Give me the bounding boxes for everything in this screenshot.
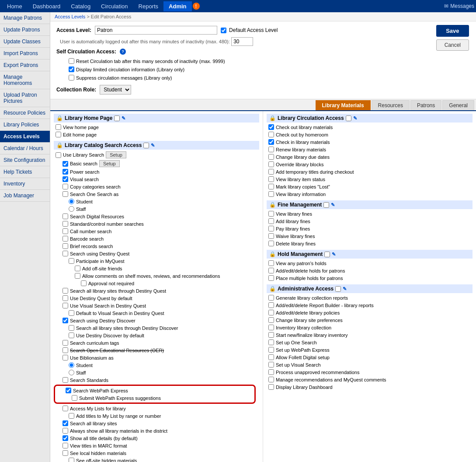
cb-setup-visual-search[interactable] bbox=[268, 362, 274, 368]
cancel-button[interactable]: Cancel bbox=[436, 39, 469, 51]
sidebar-item-update-patrons[interactable]: Update Patrons bbox=[0, 24, 50, 36]
cb-edit-home-page[interactable] bbox=[56, 132, 61, 137]
cb-default-visual-destiny-quest[interactable] bbox=[69, 310, 74, 316]
cb-override-blocks[interactable] bbox=[268, 161, 274, 167]
cb-manage-recommendations[interactable] bbox=[268, 377, 274, 382]
cb-check-in-materials[interactable] bbox=[268, 139, 274, 145]
cb-search-standards[interactable] bbox=[63, 377, 68, 383]
sidebar-item-update-classes[interactable]: Update Classes bbox=[0, 36, 50, 48]
cb-use-destiny-discover-default[interactable] bbox=[69, 332, 74, 338]
cb-add-edit-delete-holds[interactable] bbox=[268, 268, 274, 273]
tab-resources[interactable]: Resources bbox=[372, 100, 410, 110]
cb-use-destiny-quest-default[interactable] bbox=[63, 295, 68, 301]
sidebar-item-help-tickets[interactable]: Help Tickets bbox=[0, 166, 50, 178]
sidebar-item-import-patrons[interactable]: Import Patrons bbox=[0, 48, 50, 60]
tab-library-materials[interactable]: Library Materials bbox=[316, 100, 371, 110]
circ-access-select-all[interactable] bbox=[346, 116, 351, 121]
cb-mark-lost[interactable] bbox=[268, 184, 274, 189]
sidebar-item-export-patrons[interactable]: Export Patrons bbox=[0, 60, 50, 71]
sidebar-item-access-levels[interactable]: Access Levels bbox=[0, 131, 50, 143]
cb-search-destiny-discover[interactable] bbox=[63, 318, 68, 323]
cb-search-one-search-as[interactable] bbox=[63, 191, 68, 197]
nav-reports[interactable]: Reports bbox=[133, 1, 164, 11]
cb-change-due-dates[interactable] bbox=[268, 154, 274, 160]
cb-see-offsite-hidden[interactable] bbox=[69, 458, 74, 462]
sidebar-item-resource-policies[interactable]: Resource Policies bbox=[0, 107, 50, 119]
cb-view-library-info[interactable] bbox=[268, 191, 274, 197]
cb-add-offsite-friends[interactable] bbox=[75, 266, 80, 271]
cb-report-builder[interactable] bbox=[268, 302, 274, 308]
cb-use-biblionasium[interactable] bbox=[63, 355, 68, 360]
nav-dashboard[interactable]: Dashboard bbox=[28, 1, 66, 11]
cb-display-library-dashboard[interactable] bbox=[268, 384, 274, 390]
cb-search-oer[interactable] bbox=[63, 347, 68, 353]
cb-barcode-search[interactable] bbox=[63, 236, 68, 242]
sidebar-item-manage-homerooms[interactable]: Manage Homerooms bbox=[0, 71, 50, 89]
tab-patrons[interactable]: Patrons bbox=[410, 100, 441, 110]
cb-participate-myquest[interactable] bbox=[69, 258, 74, 264]
sidebar-item-site-configuration[interactable]: Site Configuration bbox=[0, 154, 50, 166]
cb-add-temp-titles[interactable] bbox=[268, 169, 274, 175]
cb-copy-categories[interactable] bbox=[63, 184, 68, 189]
cb-change-site-prefs[interactable] bbox=[268, 317, 274, 323]
breadcrumb-parent[interactable]: Access Levels bbox=[55, 14, 85, 19]
setup-button-basic-search[interactable]: Setup bbox=[99, 160, 120, 167]
fine-mgmt-select-all[interactable] bbox=[323, 202, 329, 208]
nav-circulation[interactable]: Circulation bbox=[96, 1, 133, 11]
tab-general[interactable]: General bbox=[442, 100, 474, 110]
cb-add-edit-delete-policies[interactable] bbox=[268, 310, 274, 315]
cb-search-all-destiny-discover[interactable] bbox=[69, 325, 74, 331]
radio-one-search-staff[interactable] bbox=[69, 206, 74, 212]
cb-allow-follett-digital[interactable] bbox=[268, 354, 274, 360]
cb-view-marc[interactable] bbox=[63, 443, 68, 448]
cb-search-digital[interactable] bbox=[63, 214, 68, 219]
cb-search-all-library-sites[interactable] bbox=[63, 420, 68, 426]
cb-pay-fines[interactable] bbox=[268, 226, 274, 231]
default-access-checkbox[interactable] bbox=[221, 28, 226, 33]
nav-home[interactable]: Home bbox=[2, 1, 28, 11]
suppress-circ-checkbox[interactable] bbox=[69, 75, 74, 80]
cb-view-holds[interactable] bbox=[268, 260, 274, 266]
hold-mgmt-select-all[interactable] bbox=[324, 252, 330, 257]
cb-search-all-destiny-quest[interactable] bbox=[63, 288, 68, 294]
cb-setup-one-search[interactable] bbox=[268, 340, 274, 345]
admin-access-select-all[interactable] bbox=[335, 286, 341, 292]
sidebar-item-manage-patrons[interactable]: Manage Patrons bbox=[0, 12, 50, 24]
cb-check-out-homeroom[interactable] bbox=[268, 132, 274, 137]
cb-visual-search-destiny-quest[interactable] bbox=[63, 303, 68, 308]
cb-renew-materials[interactable] bbox=[268, 147, 274, 152]
alert-badge[interactable]: ! bbox=[193, 3, 200, 10]
cb-submit-webpath[interactable] bbox=[72, 395, 77, 401]
radio-biblio-staff[interactable] bbox=[69, 370, 74, 375]
cb-show-all-title-details[interactable] bbox=[63, 435, 68, 441]
nav-admin[interactable]: Admin bbox=[163, 1, 191, 11]
cb-search-curriculum-tags[interactable] bbox=[63, 340, 68, 346]
cb-always-show-all[interactable] bbox=[63, 428, 68, 434]
display-limited-checkbox[interactable] bbox=[69, 66, 74, 72]
sidebar-item-upload-patron-pictures[interactable]: Upload Patron Pictures bbox=[0, 89, 50, 107]
cb-standard-control[interactable] bbox=[63, 221, 68, 227]
cb-delete-fines[interactable] bbox=[268, 241, 274, 246]
cb-destiny-quest[interactable] bbox=[63, 251, 68, 256]
cb-allow-comments[interactable] bbox=[75, 273, 80, 279]
nav-catalog[interactable]: Catalog bbox=[66, 1, 96, 11]
cb-visual-search[interactable] bbox=[63, 176, 68, 182]
cb-add-titles-range[interactable] bbox=[69, 413, 74, 419]
cb-power-search[interactable] bbox=[63, 169, 68, 175]
sidebar-item-library-policies[interactable]: Library Policies bbox=[0, 119, 50, 131]
save-button[interactable]: Save bbox=[436, 25, 469, 37]
cb-start-finalize-inventory[interactable] bbox=[268, 332, 274, 338]
cb-view-item-status[interactable] bbox=[268, 176, 274, 182]
cb-use-library-search[interactable] bbox=[56, 152, 61, 158]
cb-view-home-page[interactable] bbox=[56, 124, 61, 130]
cb-setup-webpath[interactable] bbox=[268, 347, 274, 353]
inactivity-input[interactable] bbox=[231, 37, 253, 46]
cb-search-webpath[interactable] bbox=[66, 388, 71, 393]
cb-place-multiple-holds[interactable] bbox=[268, 275, 274, 281]
cb-process-unapproved[interactable] bbox=[268, 369, 274, 375]
cb-waive-fines[interactable] bbox=[268, 233, 274, 239]
messages-link[interactable]: ✉ Messages bbox=[444, 3, 474, 9]
cb-approval-not-required-1[interactable] bbox=[81, 280, 87, 286]
cb-basic-search[interactable] bbox=[63, 161, 68, 167]
help-icon[interactable]: ? bbox=[120, 49, 126, 55]
